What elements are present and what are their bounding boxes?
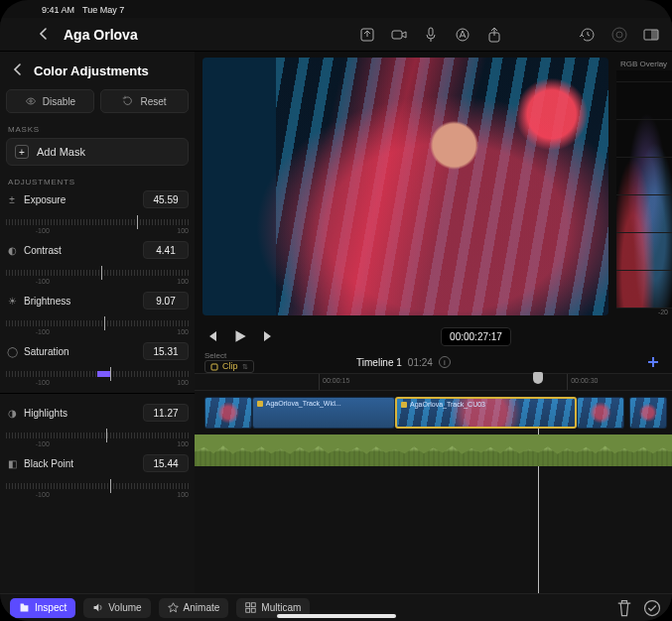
adj-icon: ◐ [6,244,18,256]
svg-rect-1 [392,31,402,39]
playhead[interactable] [533,372,543,384]
disable-label: Disable [43,96,75,107]
svg-rect-12 [648,361,658,363]
adj-slider[interactable]: -100 100 [6,213,189,231]
playhead-line [538,401,539,593]
scope-title: RGB Overlay [616,58,672,70]
adj-slider[interactable]: -100 100 [6,314,189,332]
status-bar: 9:41 AM Tue May 7 [0,0,672,18]
clip-label: Clip [222,362,238,371]
transport-bar: 00:00:27:17 [195,321,672,351]
timeline-tracks[interactable]: AgaOrlova_Track_Wid...AgaOrlova_Track_CU… [195,391,672,593]
reset-button[interactable]: Reset [100,89,189,113]
settings-icon[interactable] [610,26,628,44]
adj-name: Saturation [24,346,69,357]
clip[interactable] [629,397,667,429]
add-mask-button[interactable]: + Add Mask [6,138,189,166]
adj-name: Black Point [24,458,73,469]
project-title: Aga Orlova [64,27,344,43]
back-icon[interactable] [38,26,50,44]
adj-value-field[interactable]: 4.41 [143,241,189,259]
adj-slider[interactable]: -100 100 [6,427,189,444]
inspect-button[interactable]: Inspect [10,598,75,618]
adj-icon: ◯ [6,345,18,357]
home-indicator[interactable] [277,614,396,618]
history-icon[interactable] [579,26,597,44]
adj-name: Exposure [24,194,66,205]
svg-point-9 [30,100,32,102]
add-mask-label: Add Mask [37,146,85,158]
adj-icon: ☀ [6,295,18,307]
svg-rect-14 [252,603,256,607]
ruler-label: 00:00:30 [571,377,598,384]
chevron-updown-icon: ⇅ [242,362,248,371]
timeline-name-group: Timeline 1 01:24 i [356,356,451,368]
scope-overlay[interactable] [616,70,672,309]
clip[interactable] [204,397,252,429]
prev-frame-icon[interactable] [204,329,218,343]
disable-button[interactable]: Disable [6,89,94,113]
scopes-panel: RGB Overlay -20 [616,58,672,315]
clip[interactable]: AgaOrlova_Track_CU03 [395,397,577,429]
status-date: Tue May 7 [82,5,124,15]
svg-rect-10 [211,364,217,370]
adj-value-field[interactable]: 45.59 [143,190,189,208]
svg-point-5 [616,32,622,38]
clip-name: AgaOrlova_Track_Wid... [257,400,341,407]
adj-slider[interactable]: -100 100 [6,365,189,383]
timecode-display[interactable]: 00:00:27:17 [441,327,511,346]
timeline-duration: 01:24 [408,357,433,368]
adj-name: Contrast [24,245,62,256]
main-area: RGB Overlay -20 00:00:27:17 Select [195,52,672,593]
adj-value-field[interactable]: 15.44 [143,454,189,472]
adj-value-field[interactable]: 15.31 [143,342,189,360]
info-icon[interactable]: i [439,356,451,368]
display-icon[interactable] [642,26,660,44]
audio-track[interactable] [195,435,672,466]
adj-value-field[interactable]: 11.27 [143,404,189,422]
animate-label: Animate [184,602,220,613]
next-frame-icon[interactable] [262,329,276,343]
import-icon[interactable] [358,26,376,44]
reset-label: Reset [140,96,166,107]
masks-section-label: MASKS [6,121,189,138]
adj-value-field[interactable]: 9.07 [143,292,189,310]
trash-icon[interactable] [614,598,634,618]
timeline-name: Timeline 1 [356,357,402,368]
adj-name: Brightness [24,296,70,307]
clip[interactable] [577,397,624,429]
voiceover-icon[interactable] [422,26,440,44]
share-icon[interactable] [485,26,503,44]
svg-rect-8 [651,30,658,40]
title-bar: Aga Orlova [0,18,672,52]
adj-slider[interactable]: -100 100 [6,264,189,282]
svg-rect-16 [252,608,256,612]
timeline-options-icon[interactable] [646,355,660,369]
camera-icon[interactable] [390,26,408,44]
animate-button[interactable]: Animate [159,598,229,618]
viewer[interactable] [202,58,608,315]
adj-name: Highlights [24,408,67,419]
plus-icon: + [15,145,29,159]
select-clip-button[interactable]: Clip ⇅ [204,360,254,373]
volume-label: Volume [108,602,141,613]
adj-slider[interactable]: -100 100 [6,477,189,495]
text-icon[interactable] [454,26,471,44]
ruler-label: 00:00:15 [323,377,349,384]
svg-rect-2 [429,28,433,36]
timeline-header: Select Clip ⇅ Timeline 1 01:24 i [195,351,672,373]
confirm-icon[interactable] [642,598,662,618]
status-time: 9:41 AM [42,5,74,15]
inspector-sidebar: Color Adjustments Disable Reset MASKS + … [0,52,195,593]
adj-icon: ◧ [6,457,18,469]
svg-point-17 [645,600,660,615]
svg-rect-15 [246,608,250,612]
multicam-label: Multicam [261,602,301,613]
volume-button[interactable]: Volume [83,598,150,618]
play-icon[interactable] [232,328,248,344]
panel-back-icon[interactable] [12,62,24,79]
timeline-ruler[interactable]: 00:00:1500:00:30 [195,373,672,391]
adj-icon: ◑ [6,407,18,419]
clip[interactable]: AgaOrlova_Track_Wid... [252,397,395,429]
panel-title: Color Adjustments [34,63,149,78]
